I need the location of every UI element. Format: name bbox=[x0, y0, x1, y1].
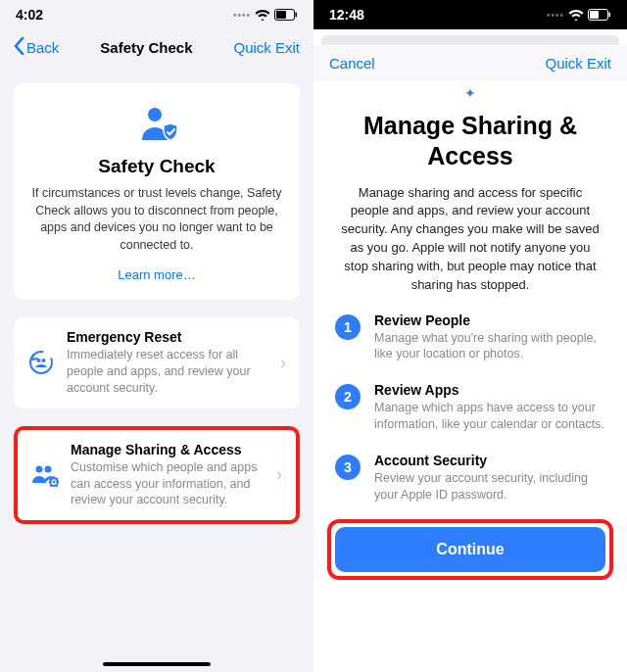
continue-highlight: Continue bbox=[327, 519, 613, 580]
svg-point-5 bbox=[37, 359, 41, 362]
people-gear-icon bbox=[31, 463, 59, 487]
svg-point-8 bbox=[45, 465, 52, 472]
continue-button[interactable]: Continue bbox=[335, 527, 605, 572]
back-button[interactable]: Back bbox=[14, 37, 59, 58]
svg-rect-1 bbox=[276, 11, 286, 19]
screen-manage-sharing: 12:48 •••• Cancel Quick Exit ✦ Manage Sh… bbox=[314, 0, 627, 672]
step-number-badge: 3 bbox=[335, 455, 361, 480]
step-sub: Manage which apps have access to your in… bbox=[374, 400, 605, 433]
battery-icon bbox=[588, 9, 611, 21]
wifi-icon bbox=[255, 9, 270, 21]
emergency-reset-sub: Immediately reset access for all people … bbox=[67, 347, 268, 397]
status-bar: 4:02 •••• bbox=[0, 0, 314, 29]
svg-rect-13 bbox=[609, 13, 611, 18]
emergency-reset-title: Emergency Reset bbox=[67, 329, 268, 345]
svg-point-3 bbox=[148, 108, 162, 121]
step-title: Review People bbox=[374, 312, 605, 328]
battery-icon bbox=[274, 9, 298, 21]
step-review-apps: 2 Review Apps Manage which apps have acc… bbox=[335, 382, 605, 433]
cancel-button[interactable]: Cancel bbox=[329, 55, 375, 72]
home-indicator[interactable] bbox=[103, 662, 211, 666]
page-title: Safety Check bbox=[100, 39, 192, 56]
step-number-badge: 2 bbox=[335, 384, 361, 409]
steps-list: 1 Review People Manage what you're shari… bbox=[314, 295, 627, 504]
page-title: Manage Sharing & Access bbox=[314, 111, 627, 172]
step-title: Review Apps bbox=[374, 382, 605, 398]
step-number-badge: 1 bbox=[335, 314, 361, 340]
step-review-people: 1 Review People Manage what you're shari… bbox=[335, 312, 605, 363]
card-title: Safety Check bbox=[29, 156, 284, 177]
status-time: 12:48 bbox=[329, 7, 364, 23]
svg-rect-2 bbox=[296, 13, 298, 18]
quick-exit-button[interactable]: Quick Exit bbox=[233, 39, 300, 56]
step-title: Account Security bbox=[374, 453, 605, 468]
chevron-left-icon bbox=[14, 37, 24, 58]
svg-point-7 bbox=[36, 465, 43, 472]
svg-point-10 bbox=[53, 481, 56, 484]
intro-card: Safety Check If circumstances or trust l… bbox=[14, 83, 300, 300]
manage-sharing-row[interactable]: Manage Sharing & Access Customise which … bbox=[14, 426, 300, 525]
status-bar: 12:48 •••• bbox=[314, 0, 627, 29]
svg-rect-12 bbox=[590, 11, 599, 19]
reset-icon bbox=[27, 350, 55, 375]
step-sub: Review your account security, including … bbox=[374, 470, 605, 504]
status-time: 4:02 bbox=[16, 7, 43, 23]
screen-safety-check: 4:02 •••• Back Safety Check Quick Exit bbox=[0, 0, 314, 672]
status-right: •••• bbox=[547, 9, 611, 21]
status-right: •••• bbox=[233, 9, 298, 21]
svg-point-6 bbox=[42, 359, 46, 362]
nav-bar: Back Safety Check Quick Exit bbox=[0, 29, 314, 66]
page-description: Manage sharing and access for specific p… bbox=[314, 172, 627, 295]
chevron-right-icon: › bbox=[280, 353, 286, 373]
person-shield-icon bbox=[29, 105, 284, 144]
chevron-right-icon: › bbox=[276, 464, 282, 485]
people-gear-icon: ✦ bbox=[314, 85, 627, 101]
nav-bar: Cancel Quick Exit bbox=[314, 45, 627, 81]
quick-exit-button[interactable]: Quick Exit bbox=[545, 55, 611, 72]
back-label: Back bbox=[26, 39, 59, 56]
step-account-security: 3 Account Security Review your account s… bbox=[335, 453, 605, 504]
learn-more-link[interactable]: Learn more… bbox=[29, 267, 284, 282]
cellular-icon: •••• bbox=[547, 10, 564, 21]
sheet-grabber bbox=[314, 35, 627, 45]
manage-sharing-sub: Customise which people and apps can acce… bbox=[71, 459, 265, 509]
emergency-reset-row[interactable]: Emergency Reset Immediately reset access… bbox=[14, 317, 300, 408]
wifi-icon bbox=[568, 9, 584, 21]
card-body: If circumstances or trust levels change,… bbox=[29, 185, 284, 254]
cellular-icon: •••• bbox=[233, 10, 251, 21]
step-sub: Manage what you're sharing with people, … bbox=[374, 330, 605, 363]
manage-sharing-title: Manage Sharing & Access bbox=[71, 442, 265, 457]
